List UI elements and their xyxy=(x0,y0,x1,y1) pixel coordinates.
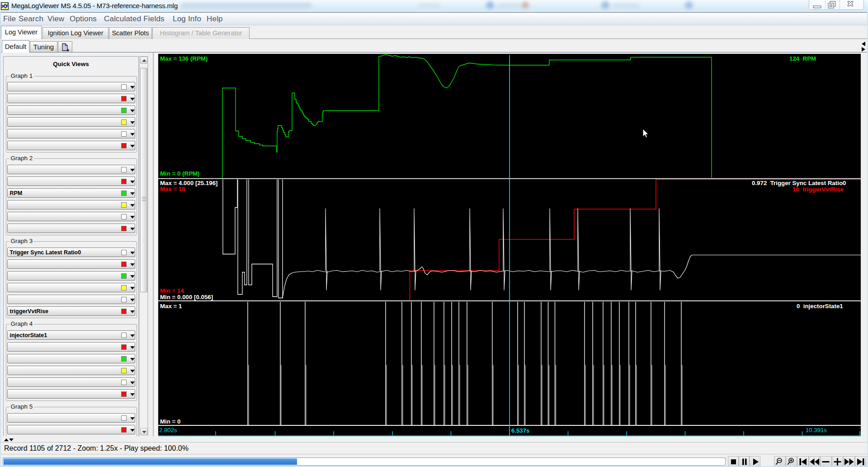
svg-text:Min = 14: Min = 14 xyxy=(160,287,184,294)
svg-text:Min = 0 (RPM): Min = 0 (RPM) xyxy=(160,170,200,176)
svg-text:Max = 18: Max = 18 xyxy=(160,186,185,192)
svg-text:6.537s: 6.537s xyxy=(511,427,529,434)
svg-text:Min = 0.000 [0.056]: Min = 0.000 [0.056] xyxy=(160,294,213,300)
svg-text:2.802s: 2.802s xyxy=(159,426,177,433)
svg-text:0 injectorState1: 0 injectorState1 xyxy=(797,302,843,309)
svg-text:10.391s: 10.391s xyxy=(806,426,827,433)
svg-text:16 triggerVvtRise: 16 triggerVvtRise xyxy=(793,186,844,192)
svg-text:Max = 1: Max = 1 xyxy=(160,303,182,310)
svg-text:124 RPM: 124 RPM xyxy=(789,55,816,62)
svg-text:Max = 136 (RPM): Max = 136 (RPM) xyxy=(160,55,208,62)
svg-text:Min = 0: Min = 0 xyxy=(160,418,180,425)
